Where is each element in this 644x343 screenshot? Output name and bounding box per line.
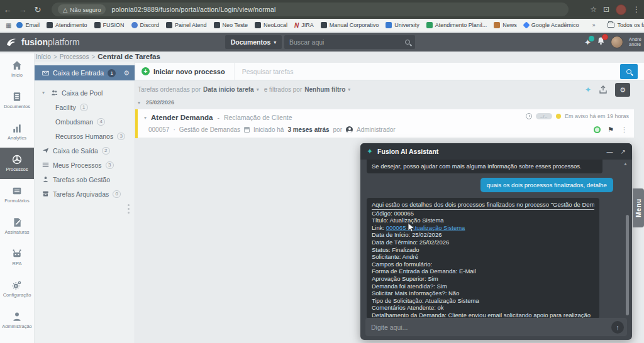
- sidebar-item-processos[interactable]: Processos: [0, 148, 34, 179]
- sidebar-item-analytics[interactable]: Analytics: [0, 116, 34, 148]
- app-header: fusionplatform Documentos ▾ ✦ Andréandré: [0, 33, 644, 52]
- bookmark-item[interactable]: NeoLocal: [255, 22, 287, 28]
- chevron-down-icon[interactable]: ▾: [257, 87, 262, 92]
- bookmark-item[interactable]: Discord: [131, 22, 160, 28]
- sidebar-item-administracao[interactable]: Administração: [0, 305, 34, 336]
- ai-suggestions-icon[interactable]: ✦: [585, 85, 591, 94]
- bookmark-item[interactable]: University: [386, 22, 419, 28]
- task-row[interactable]: ▾ Atender Demanda - Reclamação de Client…: [138, 109, 634, 138]
- chevron-down-icon[interactable]: ▾: [42, 90, 47, 95]
- browser-profile-avatar[interactable]: [616, 4, 626, 15]
- bookmark-item[interactable]: Email: [16, 22, 40, 28]
- sidebar-item-rpa[interactable]: RPA: [0, 242, 34, 273]
- notifications-bell-icon[interactable]: [597, 36, 605, 48]
- process-link[interactable]: 000065 - Atualização Sistema: [386, 224, 465, 231]
- send-button[interactable]: ↑: [611, 321, 624, 334]
- process-pinwheel-icon: [12, 155, 22, 165]
- breadcrumb-home[interactable]: Início: [36, 53, 51, 60]
- bookmark-item[interactable]: Painel Atend: [166, 22, 207, 28]
- reload-icon[interactable]: ↻: [30, 5, 45, 14]
- browser-menu-icon[interactable]: ⋮: [633, 5, 640, 14]
- ai-assistant-icon[interactable]: ✦: [584, 38, 591, 47]
- sidebar-item-assinaturas[interactable]: Assinaturas: [0, 210, 34, 242]
- scroll-up-icon[interactable]: ▲: [623, 161, 628, 166]
- task-search[interactable]: [235, 63, 644, 80]
- sidebar-item-documentos[interactable]: Documentos: [0, 85, 34, 116]
- url-text: polonia02:9889/fusion/portal/action/Logi…: [111, 6, 275, 13]
- panel-resize-handle[interactable]: [128, 204, 130, 214]
- all-favorites-button[interactable]: Todos os favoritos: [608, 22, 644, 28]
- document-icon: [12, 92, 22, 102]
- task-title[interactable]: Atender Demanda: [151, 114, 213, 121]
- tree-item-facility[interactable]: Facility 1: [35, 100, 135, 114]
- minimize-icon[interactable]: —: [607, 148, 613, 155]
- address-bar[interactable]: △ Não seguro polonia02:9889/fusion/porta…: [52, 3, 569, 16]
- task-folders-panel: Caixa de Entrada 1 ⚙ ▾ Caixa de Pool Fac…: [35, 62, 135, 343]
- chat-input-bar[interactable]: ↑: [365, 318, 627, 336]
- bookmark-item[interactable]: Manual Corporativo: [321, 22, 379, 28]
- tree-item-caixa-de-entrada[interactable]: Caixa de Entrada 1 ⚙: [35, 65, 135, 80]
- chat-input[interactable]: [371, 324, 611, 331]
- robot-icon: [12, 249, 22, 259]
- extensions-icon[interactable]: ⊡: [603, 5, 609, 14]
- tasks-toolbar: + Iniciar novo processo: [135, 63, 644, 80]
- bookmark-item[interactable]: FUSION: [94, 22, 125, 28]
- status-ring-icon[interactable]: [594, 126, 601, 133]
- flag-icon[interactable]: ⚑: [608, 126, 614, 134]
- ai-assistant-header[interactable]: ✦ Fusion AI Assistant — ↗: [360, 143, 632, 160]
- tree-item-ombudsman[interactable]: Ombudsman 4: [35, 114, 135, 129]
- start-new-process-button[interactable]: + Iniciar novo processo: [135, 63, 235, 80]
- clock-icon: [526, 113, 532, 119]
- sidebar-item-inicio[interactable]: Início: [0, 53, 34, 85]
- sort-value[interactable]: Data início tarefa: [203, 86, 254, 93]
- chevron-down-icon: ▾: [138, 100, 143, 106]
- chevron-down-icon[interactable]: ▾: [348, 87, 353, 92]
- documents-dropdown[interactable]: Documentos ▾: [225, 35, 282, 49]
- security-chip[interactable]: △ Não seguro: [58, 4, 106, 14]
- warning-dot-icon: [556, 114, 561, 119]
- settings-gear-button[interactable]: ⚙: [615, 83, 630, 97]
- bookmark-item[interactable]: Atendimento: [47, 22, 87, 28]
- gear-icon[interactable]: ⚙: [123, 69, 130, 77]
- tree-item-caixa-de-pool[interactable]: ▾ Caixa de Pool: [35, 85, 135, 100]
- tree-item-meus-processos[interactable]: Meus Processos 3: [35, 158, 135, 172]
- chevron-down-icon[interactable]: ▾: [144, 115, 147, 121]
- tree-item-tarefas-sob-gestao[interactable]: Tarefas sob Gestão: [35, 172, 135, 187]
- apps-grid-icon[interactable]: ▦: [6, 22, 11, 29]
- search-icon[interactable]: [405, 40, 410, 45]
- sidebar-item-configuracao[interactable]: Configuração: [0, 273, 34, 305]
- sidebar-item-formularios[interactable]: Formulários: [0, 179, 34, 210]
- user-avatar[interactable]: [611, 36, 623, 48]
- bookmark-item[interactable]: News: [494, 22, 517, 28]
- folder-icon: [608, 23, 614, 28]
- tree-item-tarefas-arquivadas[interactable]: Tarefas Arquivadas 0: [35, 187, 135, 201]
- bookmarks-overflow-chevron[interactable]: »: [592, 22, 595, 28]
- painel-favicon: [166, 22, 172, 28]
- breadcrumb-section[interactable]: Processos: [60, 53, 89, 60]
- filter-value[interactable]: Nenhum filtro: [304, 86, 345, 93]
- chat-scrollbar-thumb[interactable]: [626, 215, 629, 315]
- user-handle: andré: [629, 41, 641, 47]
- fusion-logo[interactable]: fusionplatform: [5, 36, 80, 48]
- tree-item-recursos-humanos[interactable]: Recursos Humanos 3: [35, 129, 135, 143]
- count-badge: 1: [80, 104, 88, 111]
- bookmark-star-icon[interactable]: ☆: [590, 5, 597, 14]
- bookmark-item[interactable]: JIRA: [294, 22, 314, 28]
- global-search-input[interactable]: [289, 38, 405, 46]
- ai-assistant-panel: ✦ Fusion AI Assistant — ↗ Se desejar, po…: [360, 143, 632, 340]
- expand-icon[interactable]: ↗: [621, 148, 626, 155]
- bookmark-item[interactable]: Neo Teste: [214, 22, 248, 28]
- search-button[interactable]: [620, 64, 638, 79]
- more-options-icon[interactable]: ⋮: [621, 126, 628, 134]
- task-search-input[interactable]: [242, 68, 644, 75]
- menu-tab[interactable]: Menu: [633, 188, 644, 227]
- tree-item-caixa-de-saida[interactable]: Caixa de Saída 2: [35, 143, 135, 158]
- bookmark-item[interactable]: Atendimento Planil...: [426, 22, 487, 28]
- date-group-header[interactable]: ▾ 25/02/2026: [138, 99, 174, 106]
- share-icon[interactable]: [599, 85, 608, 94]
- global-search[interactable]: [284, 35, 415, 49]
- breadcrumb-separator: [53, 53, 57, 60]
- back-icon[interactable]: ←: [0, 5, 15, 14]
- forward-icon[interactable]: →: [15, 5, 30, 14]
- bookmark-item[interactable]: Google Acadêmico: [524, 22, 579, 28]
